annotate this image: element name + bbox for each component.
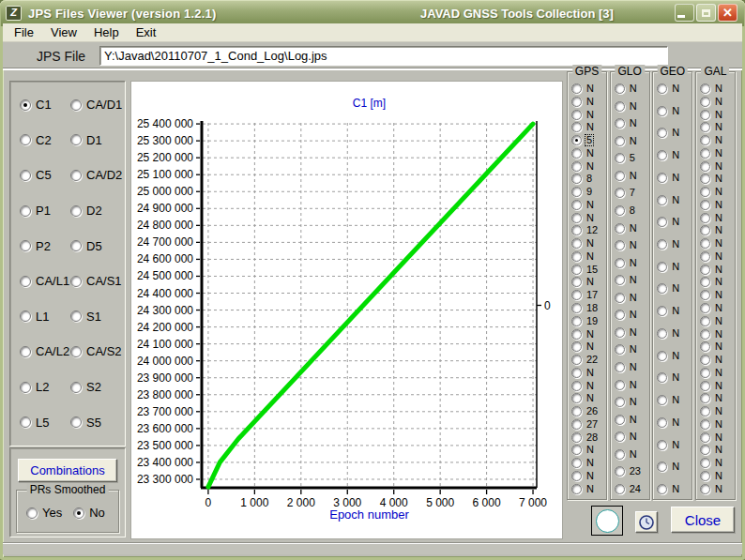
sat-option-geo-12[interactable]: N (657, 328, 691, 339)
sat-option-gal-14[interactable]: N (700, 251, 734, 262)
sat-option-gal-6[interactable]: N (700, 148, 734, 159)
sat-option-gps-31[interactable]: N (571, 471, 605, 481)
sat-option-glo-15[interactable]: N (615, 327, 648, 338)
signal-option-ca-l2[interactable]: CA/L2 (20, 344, 70, 358)
sat-option-glo-8[interactable]: 8 (615, 205, 648, 216)
signal-option-l1[interactable]: L1 (20, 310, 70, 324)
skyplot-button[interactable] (591, 506, 623, 536)
sat-option-glo-22[interactable]: N (615, 449, 648, 460)
signal-option-c5[interactable]: C5 (20, 168, 70, 182)
sat-option-gps-28[interactable]: 28 (571, 432, 605, 443)
sat-option-gal-2[interactable]: N (700, 97, 734, 107)
sat-option-gal-12[interactable]: N (700, 225, 734, 235)
sat-option-gal-24[interactable]: N (700, 381, 734, 391)
sat-option-gps-26[interactable]: 26 (571, 406, 605, 416)
sat-option-gal-22[interactable]: N (700, 355, 734, 365)
sat-option-gps-32[interactable]: N (571, 484, 605, 494)
sat-option-glo-7[interactable]: 7 (615, 188, 648, 198)
sat-option-gal-16[interactable]: N (700, 277, 734, 287)
sat-option-geo-2[interactable]: N (657, 106, 691, 116)
close-button[interactable]: Close (671, 507, 735, 533)
sat-option-gps-27[interactable]: 27 (571, 419, 605, 430)
sat-option-geo-17[interactable]: N (657, 440, 691, 450)
sat-option-geo-9[interactable]: N (657, 262, 691, 272)
sat-option-gps-2[interactable]: N (571, 97, 605, 107)
sat-option-geo-10[interactable]: N (657, 283, 691, 294)
sat-option-gps-6[interactable]: N (571, 148, 605, 159)
sat-option-geo-5[interactable]: N (657, 173, 691, 183)
combinations-button[interactable]: Combinations (18, 459, 117, 482)
signal-option-c2[interactable]: C2 (20, 133, 70, 147)
signal-option-l5[interactable]: L5 (20, 416, 70, 430)
signal-option-c1[interactable]: C1 (20, 98, 70, 112)
time-button[interactable] (635, 511, 658, 533)
sat-option-gal-4[interactable]: N (700, 122, 734, 132)
sat-option-glo-12[interactable]: N (615, 275, 648, 285)
sat-option-gal-27[interactable]: N (700, 419, 734, 430)
minimize-button[interactable] (675, 4, 694, 22)
sat-option-gps-22[interactable]: 22 (571, 355, 605, 365)
sat-option-glo-20[interactable]: N (615, 415, 648, 425)
sat-option-gps-10[interactable]: N (571, 200, 605, 210)
sat-option-glo-11[interactable]: N (615, 258, 648, 268)
prs-option-no[interactable]: No (73, 506, 105, 520)
sat-option-gps-13[interactable]: N (571, 238, 605, 249)
sat-option-glo-17[interactable]: N (615, 362, 648, 372)
sat-option-gal-26[interactable]: N (700, 406, 734, 416)
sat-option-geo-6[interactable]: N (657, 195, 691, 205)
sat-option-gal-25[interactable]: N (700, 393, 734, 403)
sat-option-gps-3[interactable]: N (571, 110, 605, 120)
sat-option-gps-11[interactable]: N (571, 213, 605, 223)
sat-option-gal-10[interactable]: N (700, 200, 734, 210)
sat-option-gps-18[interactable]: 18 (571, 303, 605, 313)
sat-option-geo-7[interactable]: N (657, 217, 691, 227)
sat-option-gal-11[interactable]: N (700, 213, 734, 223)
sat-option-gal-9[interactable]: N (700, 187, 734, 197)
close-window-button[interactable]: ✕ (718, 4, 737, 22)
sat-option-gal-30[interactable]: N (700, 458, 734, 468)
signal-option-s1[interactable]: S1 (70, 310, 121, 324)
signal-option-s2[interactable]: S2 (70, 380, 121, 394)
signal-option-ca-s2[interactable]: CA/S2 (70, 344, 121, 358)
sat-option-gps-4[interactable]: N (571, 122, 605, 132)
sat-option-gps-24[interactable]: N (571, 381, 605, 391)
sat-option-glo-2[interactable]: N (615, 101, 648, 112)
sat-option-gps-16[interactable]: N (571, 277, 605, 287)
sat-option-gps-25[interactable]: N (571, 393, 605, 403)
signal-option-d2[interactable]: D2 (70, 204, 121, 218)
sat-option-geo-1[interactable]: N (657, 83, 691, 94)
signal-option-ca-s1[interactable]: CA/S1 (70, 274, 121, 288)
sat-option-glo-3[interactable]: N (615, 118, 648, 129)
sat-option-gps-19[interactable]: 19 (571, 316, 605, 326)
sat-option-gal-5[interactable]: N (700, 135, 734, 145)
sat-option-geo-11[interactable]: N (657, 306, 691, 316)
sat-option-gps-1[interactable]: N (571, 83, 605, 94)
sat-option-gal-8[interactable]: N (700, 174, 734, 184)
menu-item-exit[interactable]: Exit (128, 23, 165, 41)
sat-option-gal-29[interactable]: N (700, 445, 734, 455)
sat-option-gal-17[interactable]: N (700, 290, 734, 300)
sat-option-geo-3[interactable]: N (657, 128, 691, 138)
sat-option-gal-15[interactable]: N (700, 265, 734, 275)
jps-file-input[interactable] (99, 46, 668, 66)
sat-option-gal-23[interactable]: N (700, 368, 734, 378)
signal-option-p1[interactable]: P1 (20, 204, 70, 218)
signal-option-d1[interactable]: D1 (70, 133, 121, 147)
signal-option-ca-l1[interactable]: CA/L1 (20, 274, 70, 288)
sat-option-glo-19[interactable]: N (615, 397, 648, 407)
maximize-button[interactable] (696, 4, 716, 22)
sat-option-gps-23[interactable]: N (571, 368, 605, 378)
sat-option-glo-16[interactable]: N (615, 344, 648, 355)
sat-option-glo-13[interactable]: N (615, 293, 648, 303)
sat-option-gal-21[interactable]: N (700, 341, 734, 352)
sat-option-glo-6[interactable]: N (615, 171, 648, 181)
sat-option-gal-28[interactable]: N (700, 432, 734, 443)
sat-option-glo-1[interactable]: N (615, 83, 648, 94)
signal-option-ca-d1[interactable]: CA/D1 (70, 98, 121, 112)
sat-option-gal-1[interactable]: N (700, 83, 734, 94)
sat-option-gal-19[interactable]: N (700, 316, 734, 326)
sat-option-glo-5[interactable]: 5 (615, 153, 648, 163)
sat-option-geo-8[interactable]: N (657, 239, 691, 250)
sat-option-geo-14[interactable]: N (657, 372, 691, 383)
sat-option-gal-20[interactable]: N (700, 329, 734, 340)
